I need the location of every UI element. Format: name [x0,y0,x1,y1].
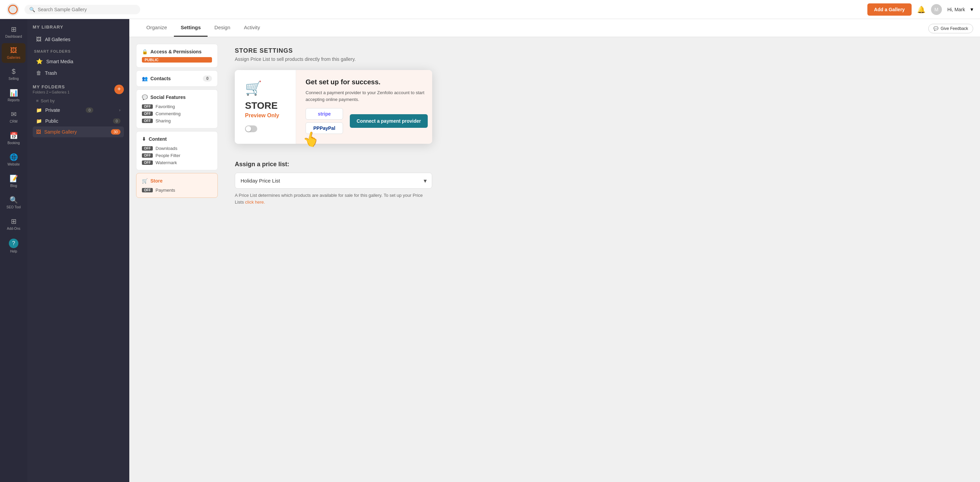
store-toggle-switch[interactable] [245,125,257,132]
sort-by-label: Sort by [41,98,55,103]
sidebar-item-dashboard[interactable]: ⊞ Dashboard [2,22,25,42]
popup-desc: Connect a payment provider to your Zenfo… [305,89,428,103]
logo-circle [8,5,18,14]
payments-item: OFF Payments [142,188,212,193]
search-bar[interactable]: 🔍 [24,5,140,14]
settings-item-title: ⬇ Content [142,136,212,142]
store-sub-items: OFF Payments [142,188,212,193]
folder-badge: 0 [86,108,93,113]
sidebar-item-label: Website [8,162,20,166]
sidebar-item-help[interactable]: ? Help [2,235,25,257]
sidebar-item-selling[interactable]: $ Selling [2,64,25,84]
trash-item[interactable]: 🗑 Trash [33,67,124,79]
tab-organize[interactable]: Organize [140,19,174,37]
store-settings-title: STORE SETTINGS [235,47,970,54]
store-settings-desc: Assign Price List to sell products direc… [235,56,970,62]
settings-social-features[interactable]: 💬 Social Features OFF Favoriting OFF Com… [136,89,218,128]
trash-icon: 🗑 [36,70,41,76]
downloads-toggle[interactable]: OFF [142,146,153,151]
sidebar-item-label: Dashboard [5,35,22,38]
top-nav: 🔍 Add a Gallery 🔔 M Hi, Mark ▾ [0,0,980,19]
user-name[interactable]: Hi, Mark [947,7,965,12]
store-popup: 🛒 STORE Preview Only Get set up for succ… [235,70,432,144]
folders-header: MY FOLDERS Folders 2 • Galleries 1 + [33,84,124,94]
watermark-toggle[interactable]: OFF [142,160,153,165]
sidebar-item-addons[interactable]: ⊞ Add-Ons [2,214,25,234]
watermark-item: OFF Watermark [142,160,212,165]
connect-payment-button[interactable]: Connect a payment provider [350,114,428,128]
settings-contacts[interactable]: 👥 Contacts 0 [136,70,218,87]
sidebar-item-galleries[interactable]: 🖼 Galleries [2,43,25,63]
downloads-label: Downloads [156,146,177,151]
settings-access-permissions[interactable]: 🔒 Access & Permissions PUBLIC [136,44,218,68]
smart-media-label: Smart Media [46,59,73,64]
sidebar-item-booking[interactable]: 📅 Booking [2,128,25,148]
tab-settings[interactable]: Settings [174,19,208,37]
price-list-select-wrap[interactable]: Holiday Price List Standard Price List W… [235,173,432,189]
feedback-button[interactable]: 💬 Give Feedback [928,24,973,33]
search-icon: 🔍 [29,7,35,12]
store-popup-container: 🛒 STORE Preview Only Get set up for succ… [235,70,970,144]
price-list-link[interactable]: click here. [245,200,265,205]
settings-store[interactable]: 🛒 Store OFF Payments [136,173,218,198]
settings-left-menu: 🔒 Access & Permissions PUBLIC 👥 Contacts… [129,37,224,482]
sharing-label: Sharing [156,118,171,124]
store-toggle-area[interactable] [245,125,257,133]
settings-item-title: 🛒 Store [142,178,212,184]
settings-item-title: 💬 Social Features [142,95,212,100]
gallery-badge: 30 [111,129,121,135]
notification-bell-icon[interactable]: 🔔 [917,5,926,14]
contacts-icon: 👥 [142,76,148,81]
contacts-badge: 0 [203,76,212,82]
sidebar-item-website[interactable]: 🌐 Website [2,149,25,170]
favoriting-toggle[interactable]: OFF [142,105,153,109]
people-filter-toggle[interactable]: OFF [142,153,153,158]
galleries-icon: 🖼 [10,47,17,54]
search-input[interactable] [38,7,135,12]
social-sub-items: OFF Favoriting OFF Commenting OFF Sharin… [142,104,212,124]
people-filter-label: People Filter [156,153,180,158]
all-galleries-item[interactable]: 🖼 All Galleries [33,34,124,45]
smart-folders-label: SMART FOLDERS [34,49,124,53]
content-sub-items: OFF Downloads OFF People Filter OFF Wate… [142,146,212,165]
folder-label: Public [45,118,58,124]
sidebar-item-label: Reports [8,98,19,102]
payments-label: Payments [156,188,175,193]
add-gallery-button[interactable]: Add a Gallery [867,3,912,16]
store-preview-label: Preview Only [245,113,279,119]
add-folder-button[interactable]: + [115,85,124,94]
price-list-select[interactable]: Holiday Price List Standard Price List W… [235,173,432,189]
folder-badge: 0 [113,118,121,124]
folder-icon: 📁 [36,118,42,124]
sidebar-item-seo[interactable]: 🔍 SEO Tool [2,192,25,212]
sidebar-item-crm[interactable]: ✉ CRM [2,107,25,127]
smart-media-item[interactable]: ⭐ Smart Media [33,55,124,67]
tab-design[interactable]: Design [208,19,237,37]
payments-toggle[interactable]: OFF [142,188,153,192]
tab-activity[interactable]: Activity [237,19,267,37]
commenting-toggle[interactable]: OFF [142,111,153,116]
gallery-sample[interactable]: 🖼 Sample Gallery 30 [33,127,124,137]
logo [7,3,19,16]
sidebar-item-label: Galleries [7,56,20,59]
social-icon: 💬 [142,95,148,100]
folder-label: Private [45,108,60,113]
stripe-logo: stripe [305,108,343,120]
content-area: Organize Settings Design Activity 🔒 Acce… [129,19,980,482]
my-folders-subtitle: Folders 2 • Galleries 1 [33,90,69,94]
smart-media-icon: ⭐ [36,58,43,65]
folder-public[interactable]: 📁 Public 0 [33,116,124,127]
main-layout: ⊞ Dashboard 🖼 Galleries $ Selling 📊 Repo… [0,19,980,482]
sort-row[interactable]: ≡ Sort by [33,97,124,105]
sidebar-item-reports[interactable]: 📊 Reports [2,85,25,105]
icon-sidebar: ⊞ Dashboard 🖼 Galleries $ Selling 📊 Repo… [0,19,27,482]
settings-content[interactable]: ⬇ Content OFF Downloads OFF People Filte… [136,131,218,170]
chevron-down-icon: ▾ [970,6,973,13]
settings-layout: 🔒 Access & Permissions PUBLIC 👥 Contacts… [129,37,980,482]
sharing-toggle[interactable]: OFF [142,119,153,123]
favoriting-item: OFF Favoriting [142,104,212,109]
nav-right: Add a Gallery 🔔 M Hi, Mark ▾ [867,3,973,16]
folder-private[interactable]: 📁 Private 0 › [33,105,124,116]
my-folders-section: MY FOLDERS Folders 2 • Galleries 1 + ≡ S… [33,84,124,137]
sidebar-item-blog[interactable]: 📝 Blog [2,171,25,191]
